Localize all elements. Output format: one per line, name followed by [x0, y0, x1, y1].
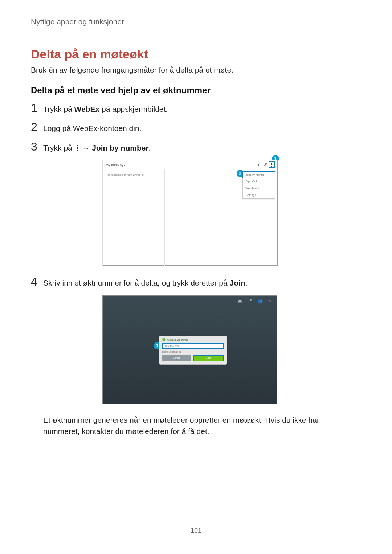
step-text: Logg på WebEx-kontoen din.: [43, 123, 141, 134]
join-dialog: WebEx Meetings 123 456 789 Samsung mobil…: [159, 336, 227, 365]
step-number: 1: [31, 102, 43, 114]
margin-rule: [20, 0, 20, 9]
step-number: 2: [31, 121, 43, 133]
empty-text: No meetings in next 2 weeks: [107, 173, 144, 176]
figure-1: 1 My Meetings + ↻ No meetings in next 2 …: [103, 160, 277, 266]
dialog-subtext: Samsung mobile: [162, 350, 224, 353]
video-icon[interactable]: ▣: [237, 299, 243, 303]
menu-item-settings[interactable]: Settings: [243, 192, 275, 198]
refresh-icon: ↻: [263, 163, 267, 167]
overflow-menu: Join by number Sign Out Watch video Sett…: [242, 171, 275, 199]
session-number-input[interactable]: 123 456 789: [162, 343, 224, 349]
step-list: 1 Trykk på WebEx på appskjermbildet. 2 L…: [31, 102, 348, 153]
section-title: Delta på en møteøkt: [31, 47, 348, 61]
app-topbar: My Meetings + ↻: [103, 160, 277, 169]
participants-icon[interactable]: 👥: [257, 299, 263, 303]
more-icon: [269, 161, 275, 168]
webex-meetings-window: My Meetings + ↻ No meetings in next 2 we…: [103, 160, 278, 266]
mic-icon[interactable]: 🎤: [247, 299, 253, 303]
more-button[interactable]: [269, 161, 275, 168]
content-area: Delta på en møteøkt Bruk én av følgende …: [31, 47, 348, 437]
step-text: Trykk på → Join by number.: [43, 143, 151, 153]
step-text: Trykk på WebEx på appskjermbildet.: [43, 104, 168, 115]
intro-paragraph: Bruk én av følgende fremgangsmåter for å…: [31, 66, 348, 74]
figure-2: ▣ 🎤 👥 ⎋ 1 2 WebEx Meetings 123 456 789 S…: [102, 295, 277, 404]
dialog-title: WebEx Meetings: [162, 338, 224, 341]
add-button[interactable]: +: [256, 163, 262, 167]
step-number: 4: [31, 276, 43, 287]
window-title: My Meetings: [106, 163, 256, 167]
page-number: 101: [0, 527, 392, 534]
step-2: 2 Logg på WebEx-kontoen din.: [31, 121, 348, 134]
webex-logo-icon: [162, 338, 165, 341]
meetings-sidebar: No meetings in next 2 weeks: [103, 169, 165, 266]
closing-paragraph: Et øktnummer genereres når en møteleder …: [43, 414, 348, 437]
cancel-button[interactable]: Cancel: [162, 355, 191, 361]
subheading: Delta på et møte ved hjelp av et øktnumm…: [31, 85, 348, 95]
step-1: 1 Trykk på WebEx på appskjermbildet.: [31, 102, 348, 115]
menu-item-watch-video[interactable]: Watch video: [243, 185, 275, 192]
step-3: 3 Trykk på → Join by number.: [31, 141, 348, 153]
more-icon: [75, 145, 79, 151]
step-number: 3: [31, 141, 43, 152]
refresh-button[interactable]: ↻: [262, 163, 269, 167]
menu-item-sign-out[interactable]: Sign Out: [243, 178, 275, 185]
join-button[interactable]: Join: [193, 355, 224, 361]
exit-icon[interactable]: ⎋: [268, 299, 273, 303]
step-list-continued: 4 Skriv inn et øktnummer for å delta, og…: [31, 276, 348, 288]
menu-item-join-by-number[interactable]: Join by number: [242, 171, 275, 178]
dialog-buttons: Cancel Join: [162, 355, 224, 361]
page: Nyttige apper og funksjoner Delta på en …: [0, 0, 392, 554]
running-header: Nyttige apper og funksjoner: [31, 17, 392, 26]
step-text: Skriv inn et øktnummer for å delta, og t…: [43, 278, 248, 288]
meeting-top-icons: ▣ 🎤 👥 ⎋: [237, 299, 273, 303]
step-4: 4 Skriv inn et øktnummer for å delta, og…: [31, 276, 348, 288]
